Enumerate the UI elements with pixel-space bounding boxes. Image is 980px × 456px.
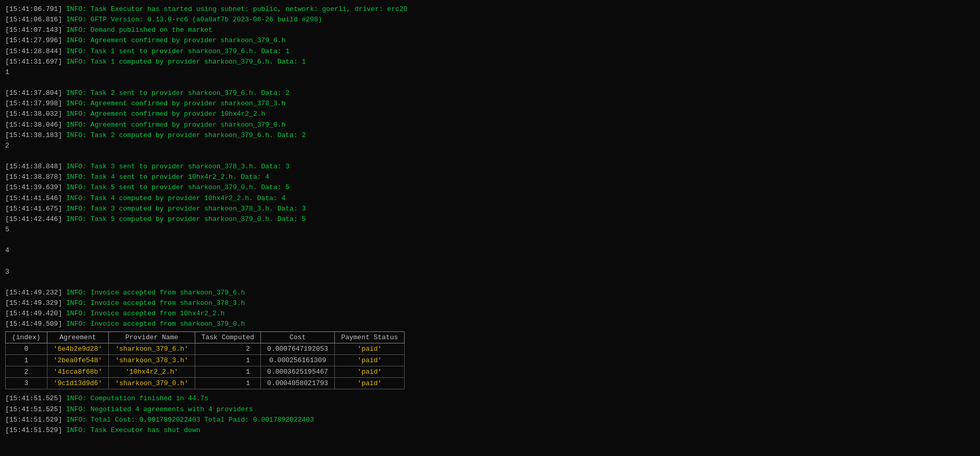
output-value: 2 [5, 141, 975, 151]
cell-status: 'paid' [335, 378, 405, 389]
log-line: [15:41:39.639] INFO: Task 5 sent to prov… [5, 182, 975, 193]
table-row: 2 '41cca8f68b' '10hx4r2_2.h' 1 0.0003625… [6, 366, 405, 378]
cell-provider: 'sharkoon_379_0.h' [109, 378, 195, 389]
table-row: 0 '6e4b2e9d28' 'sharkoon_379_6.h' 2 0.00… [6, 343, 405, 355]
col-index: (index) [6, 332, 47, 343]
cell-task: 1 [195, 378, 260, 389]
output-value: 5 [5, 225, 975, 235]
log-line: [15:41:49.232] INFO: Invoice accepted fr… [5, 288, 975, 298]
blank-line [5, 151, 975, 162]
cell-status: 'paid' [335, 355, 405, 366]
log-line: [15:41:51.525] INFO: Computation finishe… [5, 393, 975, 404]
log-line: [15:41:31.697] INFO: Task 1 computed by … [5, 57, 975, 67]
cell-task: 2 [195, 343, 260, 355]
log-line: [15:41:28.844] INFO: Task 1 sent to prov… [5, 46, 975, 57]
blank-line [5, 277, 975, 288]
log-line: [15:41:41.675] INFO: Task 3 computed by … [5, 204, 975, 214]
log-line: [15:41:38.046] INFO: Agreement confirmed… [5, 120, 975, 130]
cell-status: 'paid' [335, 343, 405, 355]
log-line: [15:41:07.143] INFO: Demand published on… [5, 25, 975, 35]
table-row: 1 '2bea0fe548' 'sharkoon_378_3.h' 1 0.00… [6, 355, 405, 366]
log-line: [15:41:37.804] INFO: Task 2 sent to prov… [5, 88, 975, 98]
cell-status: 'paid' [335, 366, 405, 378]
cell-provider: '10hx4r2_2.h' [109, 366, 195, 378]
cell-agreement: '2bea0fe548' [47, 355, 109, 366]
log-line: [15:41:06.791] INFO: Task Executor has s… [5, 4, 975, 15]
output-value: 1 [5, 67, 975, 78]
col-agreement: Agreement [47, 332, 109, 343]
col-cost: Cost [261, 332, 335, 343]
cell-agreement: '9c1d13d9d6' [47, 378, 109, 389]
cell-index: 1 [6, 355, 47, 366]
log-line: [15:41:38.878] INFO: Task 4 sent to prov… [5, 172, 975, 182]
cell-cost: 0.0003625195467 [261, 366, 335, 378]
blank-line [5, 78, 975, 88]
col-task: Task Computed [195, 332, 260, 343]
cell-index: 0 [6, 343, 47, 355]
log-line: [15:41:51.529] INFO: Task Executor has s… [5, 425, 975, 436]
cell-index: 3 [6, 378, 47, 389]
log-line: [15:41:38.032] INFO: Agreement confirmed… [5, 109, 975, 119]
col-status: Payment Status [335, 332, 405, 343]
blank-line [5, 235, 975, 245]
cell-provider: 'sharkoon_378_3.h' [109, 355, 195, 366]
log-line: [15:41:41.546] INFO: Task 4 computed by … [5, 193, 975, 204]
cell-agreement: '6e4b2e9d28' [47, 343, 109, 355]
blank-line [5, 256, 975, 266]
cell-provider: 'sharkoon_379_6.h' [109, 343, 195, 355]
cell-agreement: '41cca8f68b' [47, 366, 109, 378]
log-line: [15:41:38.848] INFO: Task 3 sent to prov… [5, 162, 975, 172]
cell-cost: 0.0007647192053 [261, 343, 335, 355]
terminal-output: [15:41:06.791] INFO: Task Executor has s… [5, 4, 975, 436]
log-line: [15:41:49.329] INFO: Invoice accepted fr… [5, 298, 975, 309]
output-value: 3 [5, 267, 975, 277]
col-provider: Provider Name [109, 332, 195, 343]
table-row: 3 '9c1d13d9d6' 'sharkoon_379_0.h' 1 0.00… [6, 378, 405, 389]
log-line: [15:41:27.996] INFO: Agreement confirmed… [5, 35, 975, 46]
log-line: [15:41:37.998] INFO: Agreement confirmed… [5, 98, 975, 109]
log-line: [15:41:38.183] INFO: Task 2 computed by … [5, 130, 975, 141]
log-line: [15:41:42.446] INFO: Task 5 computed by … [5, 214, 975, 225]
log-line: [15:41:51.525] INFO: Negotiated 4 agreem… [5, 404, 975, 415]
log-line: [15:41:49.420] INFO: Invoice accepted fr… [5, 309, 975, 319]
log-line: [15:41:51.529] INFO: Total Cost: 0.00178… [5, 415, 975, 425]
log-line: [15:41:06.816] INFO: GFTP Version: 0.13.… [5, 15, 975, 25]
log-line: [15:41:49.509] INFO: Invoice accepted fr… [5, 319, 975, 329]
results-table: (index) Agreement Provider Name Task Com… [5, 331, 405, 389]
cell-index: 2 [6, 366, 47, 378]
output-value: 4 [5, 245, 975, 256]
cell-task: 1 [195, 366, 260, 378]
cell-cost: 0.0004058021793 [261, 378, 335, 389]
cell-cost: 0.000256161309 [261, 355, 335, 366]
cell-task: 1 [195, 355, 260, 366]
